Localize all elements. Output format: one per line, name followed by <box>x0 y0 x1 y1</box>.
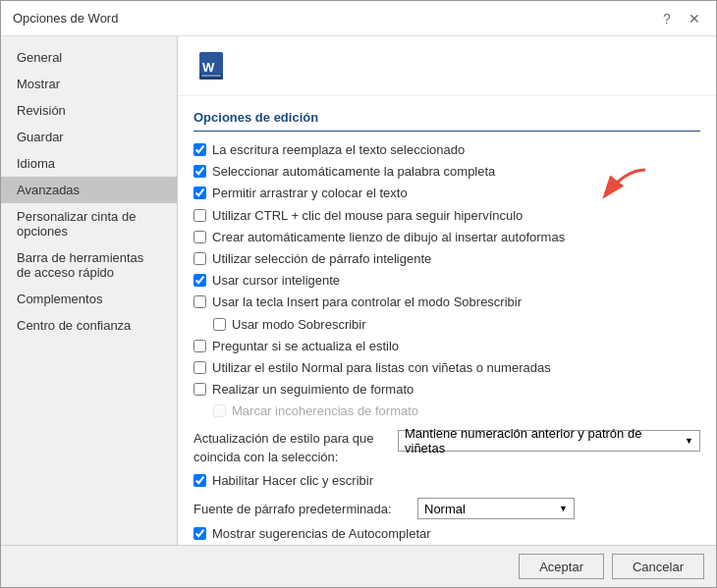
svg-rect-3 <box>201 75 221 77</box>
header-icon: W <box>193 48 229 83</box>
dialog-body: General Mostrar Revisión Guardar Idioma … <box>1 36 716 545</box>
option-label-4: Utilizar CTRL + clic del mouse para segu… <box>212 207 523 225</box>
checkbox-opt10[interactable] <box>193 340 206 352</box>
red-arrow-icon <box>567 165 665 214</box>
update-style-section: Actualización de estilo para que coincid… <box>193 430 700 465</box>
option-label-8: Usar la tecla Insert para controlar el m… <box>212 294 522 311</box>
option-row-11: Utilizar el estilo Normal para listas co… <box>193 357 700 379</box>
option-row-8: Usar la tecla Insert para controlar el m… <box>193 292 700 313</box>
sidebar-item-complementos[interactable]: Complementos <box>1 286 177 312</box>
sidebar-item-mostrar[interactable]: Mostrar <box>1 71 177 97</box>
checkbox-habilitar[interactable] <box>193 474 206 487</box>
update-style-value: Mantiene numeración anterior y patrón de… <box>405 426 685 455</box>
sidebar-item-personalizar[interactable]: Personalizar cinta de opciones <box>1 203 177 244</box>
cancel-button[interactable]: Cancelar <box>612 554 704 579</box>
fuente-arrow-icon: ▼ <box>559 504 568 513</box>
sidebar: General Mostrar Revisión Guardar Idioma … <box>1 36 178 545</box>
fuente-dropdown[interactable]: Normal ▼ <box>417 498 575 519</box>
option-row-7: Usar cursor inteligente <box>193 270 700 292</box>
option-label-1: La escritura reemplaza el texto seleccio… <box>212 141 465 159</box>
checkbox-opt1[interactable] <box>193 143 206 156</box>
svg-text:W: W <box>202 60 215 75</box>
option-row-10: Preguntar si se actualiza el estilo <box>193 336 700 357</box>
checkbox-opt9[interactable] <box>213 318 226 331</box>
mo-label-1: Mostrar sugerencias de Autocompletar <box>212 525 431 543</box>
option-label-2: Seleccionar automáticamente la palabra c… <box>212 163 495 181</box>
sidebar-item-general[interactable]: General <box>1 44 177 71</box>
option-label-9: Usar modo Sobrescribir <box>232 316 366 334</box>
option-label-12: Realizar un seguimiento de formato <box>212 381 414 399</box>
fuente-label: Fuente de párrafo predeterminada: <box>193 502 410 516</box>
fuente-value: Normal <box>424 502 466 516</box>
checkbox-mo1[interactable] <box>193 527 206 540</box>
update-style-dropdown[interactable]: Mantiene numeración anterior y patrón de… <box>398 430 700 452</box>
dialog-footer: Aceptar Cancelar <box>1 545 716 587</box>
main-scroll[interactable]: Opciones de edición La escritura reempla… <box>178 96 716 545</box>
option-label-11: Utilizar el estilo Normal para listas co… <box>212 359 551 377</box>
close-button[interactable]: ✕ <box>685 9 704 28</box>
checkbox-opt13[interactable] <box>213 404 226 417</box>
option-label-3: Permitir arrastrar y colocar el texto <box>212 185 408 202</box>
sidebar-item-barra[interactable]: Barra de herramientas de acceso rápido <box>1 244 177 286</box>
checkbox-opt6[interactable] <box>193 252 206 265</box>
main-header: W <box>178 36 716 96</box>
help-button[interactable]: ? <box>657 9 677 28</box>
option-row-5: Crear automáticamente lienzo de dibujo a… <box>193 227 700 248</box>
fuente-row: Fuente de párrafo predeterminada: Normal… <box>193 498 700 519</box>
option-row-3: Permitir arrastrar y colocar el texto <box>193 183 700 204</box>
sidebar-item-idioma[interactable]: Idioma <box>1 150 177 177</box>
option-label-6: Utilizar selección de párrafo inteligent… <box>212 250 431 268</box>
more-option-1: Mostrar sugerencias de Autocompletar <box>193 523 700 545</box>
dialog-window: Opciones de Word ? ✕ General Mostrar Rev… <box>0 0 717 588</box>
habilitar-row: Habilitar Hacer clic y escribir <box>193 470 700 492</box>
option-label-7: Usar cursor inteligente <box>212 272 340 290</box>
checkbox-opt3[interactable] <box>193 187 206 199</box>
sidebar-item-guardar[interactable]: Guardar <box>1 124 177 150</box>
option-row-1: La escritura reemplaza el texto seleccio… <box>193 139 700 161</box>
option-row-13: Marcar incoherencias de formato <box>213 401 700 422</box>
section-edicion-header: Opciones de edición <box>193 100 700 132</box>
habilitar-label: Habilitar Hacer clic y escribir <box>212 472 373 490</box>
option-label-5: Crear automáticamente lienzo de dibujo a… <box>212 229 565 246</box>
sidebar-item-centro[interactable]: Centro de confianza <box>1 312 177 339</box>
checkbox-opt4[interactable] <box>193 209 206 222</box>
checkbox-opt11[interactable] <box>193 361 206 374</box>
checkbox-opt12[interactable] <box>193 383 206 396</box>
update-style-label: Actualización de estilo para que coincid… <box>193 430 390 465</box>
title-bar: Opciones de Word ? ✕ <box>1 1 716 36</box>
option-label-13: Marcar incoherencias de formato <box>232 402 418 420</box>
title-controls: ? ✕ <box>657 9 704 28</box>
option-row-9: Usar modo Sobrescribir <box>213 314 700 336</box>
sidebar-item-avanzadas[interactable]: Avanzadas <box>1 177 177 203</box>
checkbox-opt8[interactable] <box>193 295 206 308</box>
ok-button[interactable]: Aceptar <box>519 554 604 579</box>
main-content: W Opciones de edición La escritura reemp… <box>178 36 716 545</box>
checkbox-opt7[interactable] <box>193 274 206 287</box>
checkbox-opt2[interactable] <box>193 165 206 178</box>
option-row-6: Utilizar selección de párrafo inteligent… <box>193 248 700 270</box>
option-label-10: Preguntar si se actualiza el estilo <box>212 338 399 355</box>
checkbox-opt5[interactable] <box>193 231 206 243</box>
option-row-12: Realizar un seguimiento de formato <box>193 379 700 401</box>
sidebar-item-revision[interactable]: Revisión <box>1 97 177 124</box>
dropdown-arrow-icon: ▼ <box>685 436 693 446</box>
dialog-title: Opciones de Word <box>13 11 118 26</box>
